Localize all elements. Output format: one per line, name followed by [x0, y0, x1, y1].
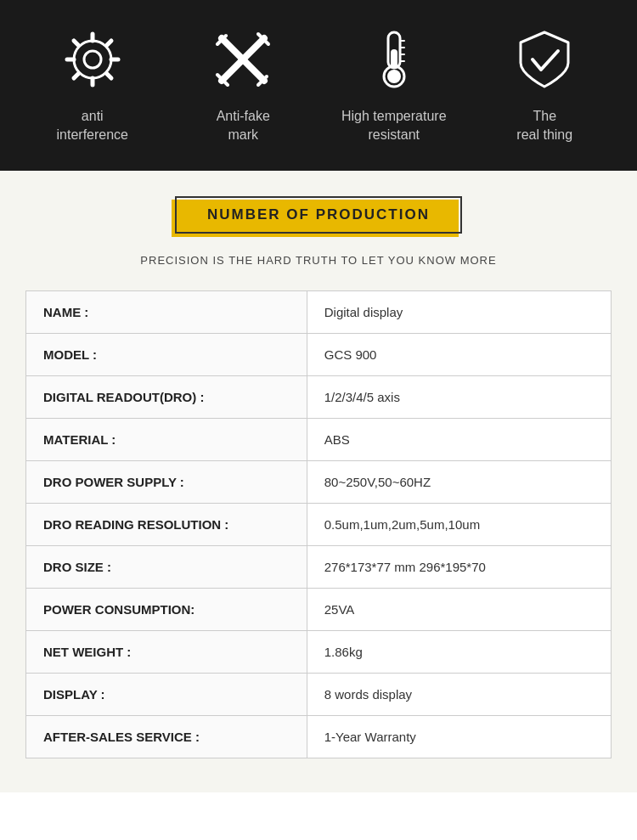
- spec-value: 276*173*77 mm 296*195*70: [307, 545, 611, 588]
- feature-high-temp-label: High temperatureresistant: [341, 107, 447, 145]
- table-row: DRO POWER SUPPLY :80~250V,50~60HZ: [26, 460, 612, 503]
- spec-value: Digital display: [307, 290, 611, 333]
- spec-label: DIGITAL READOUT(DRO) :: [26, 375, 307, 418]
- spec-value: 1/2/3/4/5 axis: [307, 375, 611, 418]
- svg-rect-18: [391, 49, 397, 68]
- spec-value: 1-Year Warranty: [307, 715, 611, 758]
- spec-value: 8 words display: [307, 673, 611, 715]
- table-row: DISPLAY :8 words display: [26, 673, 612, 715]
- spec-label: DRO SIZE :: [26, 545, 307, 588]
- section-subtitle: PRECISION IS THE HARD TRUTH TO LET YOU K…: [25, 254, 612, 267]
- spec-value: 1.86kg: [307, 630, 611, 673]
- table-row: MODEL :GCS 900: [26, 333, 612, 375]
- wrench-icon: [59, 25, 127, 93]
- cross-tools-icon: [209, 25, 277, 93]
- spec-label: DISPLAY :: [26, 673, 307, 715]
- svg-line-8: [106, 41, 111, 46]
- svg-point-19: [387, 70, 401, 83]
- svg-line-9: [74, 74, 79, 79]
- features-section: antiinterference Anti-fakemark: [0, 0, 637, 171]
- spec-table: NAME :Digital displayMODEL :GCS 900DIGIT…: [25, 290, 612, 758]
- thermometer-icon: [360, 25, 428, 93]
- spec-label: DRO READING RESOLUTION :: [26, 503, 307, 545]
- table-row: DIGITAL READOUT(DRO) :1/2/3/4/5 axis: [26, 375, 612, 418]
- table-row: AFTER-SALES SERVICE :1-Year Warranty: [26, 715, 612, 758]
- table-row: POWER CONSUMPTION:25VA: [26, 588, 612, 630]
- spec-value: GCS 900: [307, 333, 611, 375]
- feature-anti-fake: Anti-fakemark: [175, 25, 311, 145]
- title-border: NUMBER OF PRODUCTION: [175, 196, 462, 234]
- svg-line-7: [106, 74, 111, 79]
- table-row: NAME :Digital display: [26, 290, 612, 333]
- spec-label: AFTER-SALES SERVICE :: [26, 715, 307, 758]
- spec-label: POWER CONSUMPTION:: [26, 588, 307, 630]
- svg-line-6: [74, 41, 79, 46]
- spec-label: MODEL :: [26, 333, 307, 375]
- section-title: NUMBER OF PRODUCTION: [207, 206, 430, 223]
- table-row: MATERIAL :ABS: [26, 418, 612, 460]
- svg-point-1: [84, 51, 101, 68]
- spec-label: NAME :: [26, 290, 307, 333]
- table-row: NET WEIGHT :1.86kg: [26, 630, 612, 673]
- specs-section: NUMBER OF PRODUCTION PRECISION IS THE HA…: [0, 171, 637, 792]
- spec-value: 0.5um,1um,2um,5um,10um: [307, 503, 611, 545]
- feature-anti-fake-label: Anti-fakemark: [217, 107, 270, 145]
- section-title-box: NUMBER OF PRODUCTION: [175, 196, 462, 234]
- spec-value: 80~250V,50~60HZ: [307, 460, 611, 503]
- feature-high-temp: High temperatureresistant: [326, 25, 462, 145]
- shield-check-icon: [510, 25, 578, 93]
- feature-anti-interference: antiinterference: [25, 25, 161, 145]
- spec-label: MATERIAL :: [26, 418, 307, 460]
- feature-real-thing-label: Thereal thing: [516, 107, 572, 145]
- table-row: DRO SIZE :276*173*77 mm 296*195*70: [26, 545, 612, 588]
- feature-real-thing: Thereal thing: [476, 25, 612, 145]
- spec-value: 25VA: [307, 588, 611, 630]
- feature-anti-interference-label: antiinterference: [57, 107, 129, 145]
- spec-label: DRO POWER SUPPLY :: [26, 460, 307, 503]
- spec-label: NET WEIGHT :: [26, 630, 307, 673]
- table-row: DRO READING RESOLUTION :0.5um,1um,2um,5u…: [26, 503, 612, 545]
- section-title-wrapper: NUMBER OF PRODUCTION: [25, 196, 612, 234]
- spec-value: ABS: [307, 418, 611, 460]
